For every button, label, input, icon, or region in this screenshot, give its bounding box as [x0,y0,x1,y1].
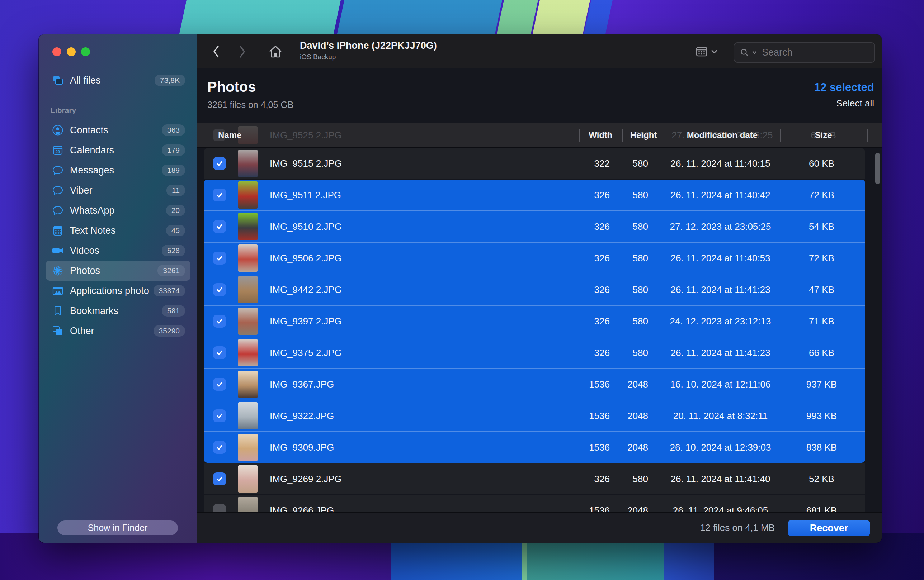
column-header-width[interactable]: Width [589,130,612,140]
row-size: 72 KB [809,253,834,264]
sidebar-item-label: WhatsApp [70,205,166,216]
table-row[interactable]: IMG_9506 2.JPG 326 580 26. 11. 2024 at 1… [204,243,865,274]
sidebar-item-viber[interactable]: Viber 11 [46,180,190,200]
sidebar-item-count-badge: 45 [166,225,185,236]
select-all-button[interactable]: Select all [814,98,874,109]
sidebar-item-other[interactable]: Other 35290 [46,321,190,341]
show-in-finder-button[interactable]: Show in Finder [58,521,178,535]
row-checkbox[interactable] [213,283,226,296]
row-checkbox[interactable] [213,189,226,201]
videos-icon [51,244,64,257]
row-date: 26. 11. 2024 at 9:46:05 [673,505,768,512]
column-header-name[interactable]: Name [196,130,241,140]
close-button[interactable] [52,47,61,56]
table-row[interactable]: IMG_9375 2.JPG 326 580 26. 11. 2024 at 1… [204,337,865,369]
column-header-size[interactable]: Size [815,130,832,140]
table-row[interactable]: IMG_9510 2.JPG 326 580 27. 12. 2023 at 2… [204,211,865,243]
row-name: IMG_9510 2.JPG [257,221,577,232]
row-size: 838 KB [806,442,837,453]
sidebar-item-count-badge: 3261 [157,265,185,276]
home-button[interactable] [267,44,283,59]
row-thumbnail [238,497,257,512]
column-header-modification-date[interactable]: Modification date [687,130,757,140]
bookmarks-icon [51,304,64,317]
row-checkbox[interactable] [213,315,226,328]
app-window: All files 73,8K Library Contacts 363 29 … [39,35,882,543]
forward-button[interactable] [234,44,250,59]
row-checkbox[interactable] [213,504,226,512]
app-photo-icon [51,284,64,297]
photos-icon [51,264,64,277]
row-size: 47 KB [809,284,834,295]
zoom-button[interactable] [81,47,90,56]
column-separator [780,129,780,142]
row-thumbnail [238,339,257,366]
table-row[interactable]: IMG_9266.JPG 1536 2048 26. 11. 2024 at 9… [204,495,865,512]
row-width: 326 [594,348,620,358]
table-header-labels: Name Width Height Modification date Size [196,123,882,147]
table-row[interactable]: IMG_9442 2.JPG 326 580 26. 11. 2024 at 1… [204,274,865,306]
row-date: 26. 11. 2024 at 11:41:40 [670,473,770,484]
table-row[interactable]: IMG_9397 2.JPG 326 580 24. 12. 2023 at 2… [204,306,865,337]
sidebar-item-count-badge: 179 [162,145,185,156]
row-checkbox[interactable] [213,220,226,233]
row-checkbox[interactable] [213,409,226,422]
checkmark-icon [216,475,223,483]
row-size: 71 KB [809,316,834,327]
row-checkbox[interactable] [213,441,226,454]
view-mode-button[interactable] [696,44,728,59]
column-separator [867,129,868,142]
bubble-icon [51,204,64,217]
row-width: 326 [594,189,620,201]
table-row[interactable]: IMG_9367.JPG 1536 2048 16. 10. 2024 at 1… [204,369,865,400]
sidebar-item-calendars[interactable]: 29 Calendars 179 [46,140,190,160]
sidebar-item-label: Contacts [70,125,162,136]
row-height: 580 [633,284,663,295]
table-view-icon [696,46,707,57]
sidebar-item-whatsapp[interactable]: WhatsApp 20 [46,200,190,221]
sidebar-item-photos[interactable]: Photos 3261 [46,260,190,281]
window-title-block: David’s iPhone (J22PKJJ70G) iOS Backup [300,40,437,61]
table-row[interactable]: IMG_9309.JPG 1536 2048 26. 10. 2024 at 1… [204,432,865,463]
table-row[interactable]: IMG_9515 2.JPG 322 580 26. 11. 2024 at 1… [204,148,865,179]
minimize-button[interactable] [67,47,76,56]
sidebar-item-videos[interactable]: Videos 528 [46,241,190,260]
row-checkbox[interactable] [213,378,226,391]
column-separator [579,129,580,142]
selection-block: 12 selected Select all [814,81,874,109]
sidebar-item-bookmarks[interactable]: Bookmarks 581 [46,301,190,321]
home-icon [267,44,283,59]
sidebar-item-label: Videos [70,245,162,256]
table-row[interactable]: IMG_9511 2.JPG 326 580 26. 11. 2024 at 1… [204,180,865,211]
row-height: 2048 [627,442,663,453]
row-checkbox[interactable] [213,346,226,359]
row-width: 1536 [589,410,620,422]
notes-icon [51,224,64,237]
row-size: 52 KB [809,473,834,484]
sidebar-item-all-files[interactable]: All files 73,8K [46,70,190,90]
window-title: David’s iPhone (J22PKJJ70G) [300,40,437,51]
column-separator [665,129,665,142]
calendar-icon: 29 [51,144,64,157]
column-header-height[interactable]: Height [630,130,657,140]
other-icon [51,325,64,337]
search-input[interactable]: Search [734,42,875,63]
sidebar-item-label: All files [70,75,155,86]
sidebar-item-count-badge: 35290 [153,325,185,336]
recover-button[interactable]: Recover [788,520,870,536]
scrollbar-thumb[interactable] [875,153,880,184]
row-checkbox[interactable] [213,157,226,170]
back-button[interactable] [208,44,224,59]
row-checkbox[interactable] [213,473,226,485]
sidebar-item-contacts[interactable]: Contacts 363 [46,120,190,140]
sidebar-item-messages[interactable]: Messages 189 [46,160,190,180]
row-thumbnail [238,181,257,209]
sidebar-item-applications-photo[interactable]: Applications photo 33874 [46,281,190,301]
row-size: 993 KB [806,410,837,422]
table-row[interactable]: IMG_9322.JPG 1536 2048 20. 11. 2024 at 8… [204,400,865,432]
table-row[interactable]: IMG_9269 2.JPG 326 580 26. 11. 2024 at 1… [204,463,865,494]
search-placeholder: Search [762,47,793,58]
sidebar-item-text-notes[interactable]: Text Notes 45 [46,221,190,241]
chevron-down-icon [711,49,718,54]
row-checkbox[interactable] [213,252,226,265]
